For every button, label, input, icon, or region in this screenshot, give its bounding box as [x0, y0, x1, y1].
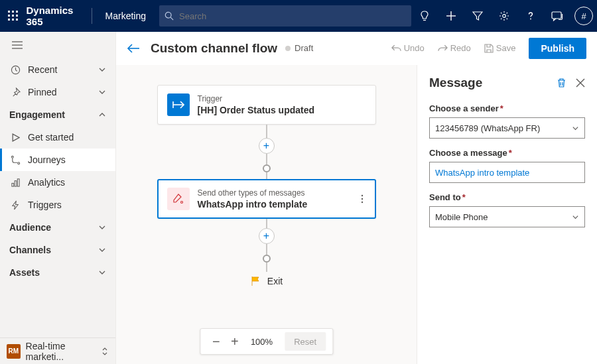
undo-icon [391, 44, 401, 53]
properties-panel: Message Choose a sender* 123456789 (What… [417, 65, 597, 364]
help-icon[interactable] [517, 0, 544, 32]
svg-rect-25 [17, 178, 19, 186]
brand-name[interactable]: Dynamics 365 [26, 5, 88, 27]
sidebar-group-assets[interactable]: Assets [0, 261, 115, 284]
message-value: WhatsApp intro template [435, 168, 529, 178]
messenger-icon[interactable] [544, 0, 570, 32]
add-node-button[interactable]: + [259, 138, 275, 154]
filter-icon[interactable] [464, 0, 491, 32]
page-title: Custom channel flow [151, 41, 277, 56]
sender-value: 123456789 (WhatsApp FR) [435, 123, 540, 133]
sender-select[interactable]: 123456789 (WhatsApp FR) [429, 117, 585, 139]
global-search[interactable] [159, 5, 411, 27]
svg-point-22 [17, 162, 19, 164]
sidebar-item-label: Analytics [28, 177, 65, 188]
svg-rect-3 [8, 15, 10, 17]
sidebar-recent[interactable]: Recent [0, 58, 115, 81]
sidebar-group-engagement[interactable]: Engagement [0, 103, 115, 126]
zoom-value: 100% [251, 337, 273, 347]
message-node-icon [167, 188, 190, 210]
zoom-in-button[interactable]: + [226, 332, 244, 351]
sendto-field-label: Send to* [429, 192, 585, 202]
app-launcher-icon[interactable] [0, 0, 26, 32]
sender-field-label: Choose a sender* [429, 103, 585, 113]
redo-label: Redo [450, 43, 471, 53]
node-more-menu[interactable] [358, 192, 366, 206]
exit-node[interactable]: Exit [250, 276, 283, 286]
panel-title: Message [429, 76, 549, 90]
add-icon[interactable] [438, 0, 464, 32]
search-input[interactable] [179, 11, 406, 21]
message-node[interactable]: Send other types of messages WhatsApp in… [157, 179, 376, 219]
chevron-down-icon [98, 66, 106, 74]
svg-line-10 [170, 17, 173, 20]
sidebar-pinned-label: Pinned [28, 87, 57, 97]
chevron-down-icon [572, 213, 579, 221]
status-text: Draft [295, 43, 313, 53]
redo-button[interactable]: Redo [432, 39, 476, 57]
redo-icon [438, 44, 448, 53]
trigger-node[interactable]: Trigger [HH] Order Status updated [157, 85, 376, 125]
exit-label: Exit [267, 276, 283, 286]
sendto-value: Mobile Phone [435, 212, 488, 222]
svg-rect-6 [8, 19, 10, 21]
message-select[interactable]: WhatsApp intro template [429, 162, 585, 183]
sidebar-group-audience[interactable]: Audience [0, 216, 115, 239]
svg-rect-16 [552, 12, 561, 19]
group-label: Audience [9, 222, 51, 233]
svg-point-30 [361, 195, 362, 196]
chevron-down-icon [98, 223, 106, 231]
flag-icon [250, 276, 261, 286]
zoom-reset-button[interactable]: Reset [285, 332, 326, 351]
journey-canvas[interactable]: Trigger [HH] Order Status updated + Send… [116, 65, 417, 364]
connector-line [266, 219, 267, 228]
area-badge: RM [7, 344, 21, 359]
junction-node [263, 164, 271, 172]
undo-label: Undo [404, 43, 425, 53]
sidebar-group-channels[interactable]: Channels [0, 239, 115, 261]
user-avatar[interactable]: # [570, 0, 597, 32]
sidebar-collapse-toggle[interactable] [0, 37, 115, 53]
sidebar-item-label: Get started [28, 132, 74, 143]
publish-button[interactable]: Publish [529, 38, 586, 59]
sendto-select[interactable]: Mobile Phone [429, 206, 585, 227]
delete-icon[interactable] [557, 78, 566, 88]
svg-rect-1 [12, 11, 14, 13]
undo-button[interactable]: Undo [386, 39, 430, 57]
sidebar-item-triggers[interactable]: Triggers [0, 194, 115, 216]
svg-rect-4 [12, 15, 14, 17]
zoom-out-button[interactable]: − [207, 332, 226, 351]
pin-icon [9, 88, 21, 97]
trigger-title: [HH] Order Status updated [198, 105, 315, 115]
message-category: Send other types of messages [198, 188, 308, 198]
assistant-icon[interactable] [411, 0, 438, 32]
close-icon[interactable] [576, 78, 585, 88]
message-field-label: Choose a message* [429, 148, 585, 158]
settings-icon[interactable] [491, 0, 517, 32]
sidebar-area-switcher[interactable]: RM Real-time marketi... [0, 337, 115, 364]
sidebar-item-journeys[interactable]: Journeys [0, 149, 115, 171]
module-name[interactable]: Marketing [95, 11, 157, 21]
trigger-icon [9, 200, 21, 210]
save-button[interactable]: Save [479, 39, 521, 57]
chevron-down-icon [572, 125, 579, 132]
sidebar-item-analytics[interactable]: Analytics [0, 171, 115, 194]
left-sidebar: Recent Pinned Engagement Get started Jou… [0, 32, 116, 364]
connector-line [266, 172, 267, 179]
back-button[interactable] [127, 44, 140, 53]
trigger-category: Trigger [198, 94, 315, 103]
sidebar-item-get-started[interactable]: Get started [0, 126, 115, 149]
search-icon [165, 11, 174, 21]
analytics-icon [9, 178, 21, 188]
sidebar-pinned[interactable]: Pinned [0, 81, 115, 103]
chevron-down-icon [98, 88, 106, 96]
connector-line [266, 125, 267, 138]
command-bar: Custom channel flow Draft Undo Redo Save… [116, 32, 597, 65]
chevron-down-icon [98, 269, 106, 276]
add-node-button[interactable]: + [259, 228, 275, 244]
sidebar-item-label: Journeys [28, 154, 66, 165]
group-label: Channels [9, 245, 51, 255]
divider [92, 8, 92, 24]
sidebar-item-label: Triggers [28, 200, 62, 210]
svg-rect-8 [16, 19, 18, 21]
